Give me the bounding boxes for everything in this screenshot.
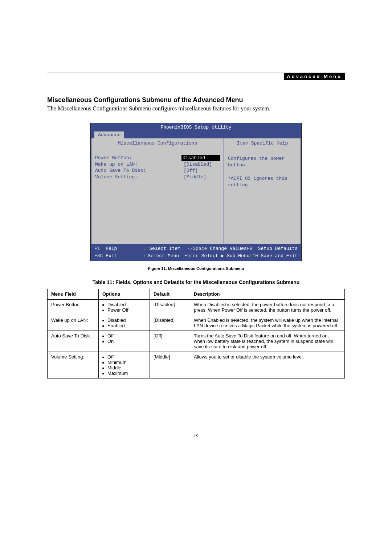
bios-setting-label: Power Button: xyxy=(95,155,181,161)
bios-menu-advanced[interactable]: Advanced xyxy=(94,131,124,138)
bios-help-line2: *ACPI OS ignores this setting. xyxy=(228,175,297,189)
page-header: Advanced Menu xyxy=(47,73,345,81)
bios-setting-value[interactable]: [Disabled] xyxy=(184,161,220,168)
option-item: Off xyxy=(102,333,146,339)
table-caption: Table 11: Fields, Options and Defaults f… xyxy=(47,279,345,285)
bios-setting-row[interactable]: Power Button:Disabled xyxy=(95,155,220,161)
table-row: Volume Setting:OffMinimumMiddleMaximum[M… xyxy=(48,352,345,378)
option-item: Power Off xyxy=(102,307,146,313)
cell-options: OffMinimumMiddleMaximum xyxy=(99,352,150,378)
cell-options: DisabledPower Off xyxy=(99,299,150,315)
cell-description: Turns the Auto Save To Disk feature on a… xyxy=(190,331,345,352)
option-item: Middle xyxy=(102,365,146,370)
th-options: Options xyxy=(99,289,150,300)
bios-right-header: Item Specific Help xyxy=(228,141,297,146)
cell-default: [Disabled] xyxy=(150,315,190,331)
bios-setting-label: Auto Save To Disk: xyxy=(95,167,184,174)
cell-field: Volume Setting: xyxy=(48,352,99,378)
section-intro: The Miscellaneous Configurations Submenu… xyxy=(47,105,345,112)
option-item: Off xyxy=(102,354,146,360)
bios-settings-panel: Miscellaneous Configurations Power Butto… xyxy=(91,138,224,244)
bios-setting-row[interactable]: Volume Setting:[Middle] xyxy=(95,174,220,181)
cell-default: [Middle] xyxy=(150,352,190,378)
bios-window: PhoenixBIOS Setup Utility Advanced Misce… xyxy=(90,123,302,261)
th-default: Default xyxy=(150,289,190,300)
cell-options: DisabledEnabled xyxy=(99,315,150,331)
bios-setting-label: Volume Setting: xyxy=(95,174,184,181)
bios-title: PhoenixBIOS Setup Utility xyxy=(91,123,301,131)
cell-description: When Disabled is selected, the power but… xyxy=(190,299,345,315)
bios-setting-row[interactable]: Auto Save To Disk:[Off] xyxy=(95,167,220,174)
option-item: Enabled xyxy=(102,323,146,328)
option-item: Disabled xyxy=(102,302,146,307)
cell-options: OffOn xyxy=(99,331,150,352)
bios-setting-value[interactable]: Disabled xyxy=(181,155,220,161)
option-item: On xyxy=(102,339,146,344)
bios-help-line1: Configures the power button. xyxy=(228,155,297,169)
table-row: Power Button:DisabledPower Off[DIsabled]… xyxy=(48,299,345,315)
bios-menubar: Advanced xyxy=(91,131,301,138)
header-tab: Advanced Menu xyxy=(284,73,345,80)
page-number: 19 xyxy=(47,433,345,439)
cell-description: Allows you to set or disable the system … xyxy=(190,352,345,378)
bios-setting-label: Wake up on LAN: xyxy=(95,161,184,168)
th-field: Menu Field xyxy=(48,289,99,300)
cell-field: Wake up on LAN: xyxy=(48,315,99,331)
cell-field: Auto Save To Disk: xyxy=(48,331,99,352)
bios-left-header: Miscellaneous Configurations xyxy=(95,141,220,146)
option-item: Maximum xyxy=(102,370,146,376)
bios-keybar: F1 Help ↑↓ Select Item -/Space Change Va… xyxy=(91,244,301,261)
th-description: Description xyxy=(190,289,345,300)
figure-caption: Figure 11. Miscellaneous Configurations … xyxy=(47,266,345,271)
bios-help-panel: Item Specific Help Configures the power … xyxy=(224,138,301,244)
table-row: Auto Save To Disk:OffOn[Off]Turns the Au… xyxy=(48,331,345,352)
option-item: Disabled xyxy=(102,317,146,323)
cell-default: [Off] xyxy=(150,331,190,352)
option-item: Minimum xyxy=(102,360,146,365)
bios-setting-value[interactable]: [Off] xyxy=(184,167,220,174)
cell-description: When Enabled is selected, the system wil… xyxy=(190,315,345,331)
cell-field: Power Button: xyxy=(48,299,99,315)
bios-setting-row[interactable]: Wake up on LAN:[Disabled] xyxy=(95,161,220,168)
table-row: Wake up on LAN:DisabledEnabled[Disabled]… xyxy=(48,315,345,331)
section-heading: Miscellaneous Configurations Submenu of … xyxy=(47,96,345,104)
bios-setting-value[interactable]: [Middle] xyxy=(184,174,220,181)
options-table: Menu Field Options Default Description P… xyxy=(47,289,345,378)
cell-default: [DIsabled] xyxy=(150,299,190,315)
